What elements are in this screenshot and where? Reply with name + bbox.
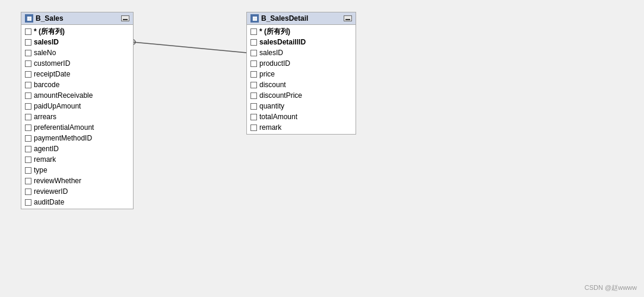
row-label: paidUpAmount — [34, 102, 81, 110]
table-row[interactable]: remark — [247, 122, 356, 133]
row-checkbox[interactable] — [250, 103, 257, 110]
table-row[interactable]: customerID — [21, 58, 133, 69]
row-label: salesDetaillID — [259, 38, 306, 46]
row-label: receiptDate — [34, 70, 70, 78]
b-sales-title: B_Sales — [36, 14, 64, 23]
row-label: agentID — [34, 145, 59, 153]
row-checkbox[interactable] — [250, 28, 257, 35]
table-icon-sales: ▦ — [25, 14, 33, 23]
table-row[interactable]: quantity — [247, 101, 356, 111]
b-salesdetail-table: ▦ B_SalesDetail * (所有列) salesDetaillID s… — [246, 12, 356, 135]
row-checkbox[interactable] — [250, 71, 257, 78]
row-label: customerID — [34, 59, 70, 68]
table-row[interactable]: preferentialAmount — [21, 122, 133, 133]
b-salesdetail-minimize-button[interactable] — [344, 15, 352, 21]
row-label: discountPrice — [259, 91, 302, 100]
row-label: totalAmount — [259, 113, 297, 121]
table-row[interactable]: * (所有列) — [21, 26, 133, 37]
row-label: amountReceivable — [34, 91, 93, 100]
row-checkbox[interactable] — [25, 28, 31, 35]
row-label: arrears — [34, 113, 56, 121]
table-row[interactable]: salesDetaillID — [247, 37, 356, 47]
row-checkbox[interactable] — [25, 178, 31, 184]
b-sales-table: ▦ B_Sales * (所有列) salesID saleNo custome… — [21, 12, 134, 209]
row-checkbox[interactable] — [25, 199, 31, 206]
row-label: barcode — [34, 81, 59, 89]
row-checkbox[interactable] — [25, 124, 31, 131]
row-checkbox[interactable] — [250, 124, 257, 131]
table-row[interactable]: reviewWhether — [21, 175, 133, 186]
row-label: quantity — [259, 102, 284, 110]
row-label: discount — [259, 81, 286, 89]
table-row[interactable]: remark — [21, 154, 133, 165]
b-salesdetail-title: B_SalesDetail — [261, 14, 308, 23]
svg-line-0 — [133, 42, 247, 53]
row-label: auditDate — [34, 198, 64, 206]
row-checkbox[interactable] — [25, 39, 31, 46]
row-checkbox[interactable] — [250, 82, 257, 88]
table-row[interactable]: paymentMethodID — [21, 133, 133, 143]
row-checkbox[interactable] — [25, 135, 31, 142]
table-row[interactable]: saleNo — [21, 47, 133, 58]
table-row[interactable]: barcode — [21, 79, 133, 90]
table-row[interactable]: salesID — [247, 47, 356, 58]
b-sales-minimize-button[interactable] — [121, 15, 129, 21]
row-checkbox[interactable] — [25, 103, 31, 110]
table-row[interactable]: reviewerID — [21, 186, 133, 197]
table-row[interactable]: discount — [247, 79, 356, 90]
table-row[interactable]: totalAmount — [247, 111, 356, 122]
row-label: salesID — [34, 38, 59, 46]
row-checkbox[interactable] — [25, 82, 31, 88]
row-label: * (所有列) — [34, 27, 65, 37]
table-row[interactable]: auditDate — [21, 197, 133, 207]
row-label: remark — [34, 155, 56, 164]
row-label: preferentialAmount — [34, 123, 94, 132]
row-label: saleNo — [34, 49, 56, 57]
row-checkbox[interactable] — [25, 146, 31, 152]
row-label: productID — [259, 59, 290, 68]
table-row[interactable]: salesID — [21, 37, 133, 47]
row-checkbox[interactable] — [250, 92, 257, 99]
table-row[interactable]: * (所有列) — [247, 26, 356, 37]
row-label: paymentMethodID — [34, 134, 92, 142]
row-label: salesID — [259, 49, 283, 57]
row-checkbox[interactable] — [250, 114, 257, 120]
diagram-canvas: ▦ B_Sales * (所有列) salesID saleNo custome… — [0, 0, 644, 297]
b-sales-rows: * (所有列) salesID saleNo customerID receip… — [21, 25, 133, 209]
row-label: remark — [259, 123, 281, 132]
row-checkbox[interactable] — [25, 92, 31, 99]
table-row[interactable]: receiptDate — [21, 69, 133, 79]
table-row[interactable]: productID — [247, 58, 356, 69]
table-row[interactable]: paidUpAmount — [21, 101, 133, 111]
row-checkbox[interactable] — [250, 39, 257, 46]
row-checkbox[interactable] — [25, 60, 31, 67]
row-checkbox[interactable] — [25, 114, 31, 120]
row-checkbox[interactable] — [25, 189, 31, 195]
table-row[interactable]: price — [247, 69, 356, 79]
table-row[interactable]: arrears — [21, 111, 133, 122]
table-row[interactable]: agentID — [21, 143, 133, 154]
row-checkbox[interactable] — [25, 157, 31, 163]
b-sales-header: ▦ B_Sales — [21, 12, 133, 25]
row-label: type — [34, 166, 47, 174]
row-label: reviewWhether — [34, 177, 81, 185]
row-checkbox[interactable] — [25, 50, 31, 56]
watermark: CSDN @赵wwww — [585, 283, 637, 292]
b-salesdetail-rows: * (所有列) salesDetaillID salesID productID… — [247, 25, 356, 134]
table-row[interactable]: amountReceivable — [21, 90, 133, 101]
row-checkbox[interactable] — [25, 71, 31, 78]
row-label: price — [259, 70, 275, 78]
table-icon-detail: ▦ — [250, 14, 259, 23]
table-row[interactable]: type — [21, 165, 133, 175]
row-checkbox[interactable] — [250, 50, 257, 56]
b-salesdetail-header: ▦ B_SalesDetail — [247, 12, 356, 25]
table-row[interactable]: discountPrice — [247, 90, 356, 101]
row-checkbox[interactable] — [25, 167, 31, 174]
row-checkbox[interactable] — [250, 60, 257, 67]
row-label: * (所有列) — [259, 27, 290, 37]
row-label: reviewerID — [34, 187, 68, 196]
